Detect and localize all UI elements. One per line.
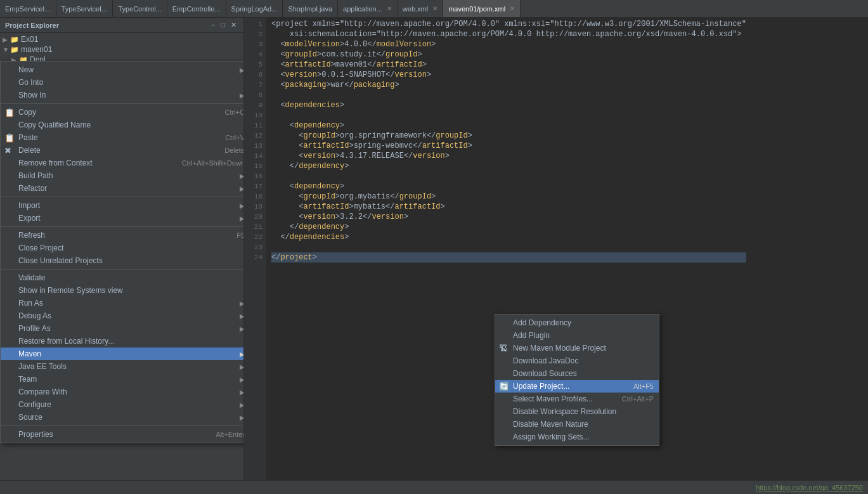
menu-sub-arrow-icon: ▶: [240, 215, 244, 222]
maven-menu-item-download-javadoc[interactable]: Download JavaDoc: [495, 354, 659, 367]
tree-arrow: ▼: [3, 46, 10, 53]
tab-typecontrol---[interactable]: TypeControl...: [113, 0, 167, 18]
context-menu-item-profile-as[interactable]: Profile As▶: [1, 322, 244, 335]
menu-sub-arrow-icon: ▶: [240, 414, 244, 421]
context-menu-item-properties[interactable]: PropertiesAlt+Enter: [1, 428, 244, 441]
main-layout: Project Explorer − □ ✕ ▶ 📁 Ex01 ▼ 📁 mave…: [0, 18, 868, 480]
menu-item-label: New: [18, 65, 34, 74]
code-line: <dependency>: [271, 120, 746, 131]
tab-close-icon[interactable]: ✕: [510, 5, 515, 12]
tab-springlogad---[interactable]: SpringLogAd...: [226, 0, 283, 18]
context-menu-item-java-ee-tools[interactable]: Java EE Tools▶: [1, 360, 244, 373]
menu-sub-arrow-icon: ▶: [240, 376, 244, 383]
close-panel-icon[interactable]: ✕: [229, 20, 238, 30]
code-line: </dependency>: [271, 161, 746, 171]
context-menu-item-maven[interactable]: Maven▶: [1, 348, 244, 360]
tree-item[interactable]: ▶ 📁 Ex01: [0, 34, 243, 44]
tree-item[interactable]: ▼ 📁 maven01: [0, 44, 243, 55]
maven-menu-item-update-project---[interactable]: 🔄Update Project...Alt+F5: [495, 380, 659, 393]
maven-menu-item-download-sources[interactable]: Download Sources: [495, 367, 659, 380]
code-line: xsi:schemaLocation="http://maven.apache.…: [271, 29, 746, 39]
context-menu-item-restore-from-local-history---[interactable]: Restore from Local History...: [1, 335, 244, 348]
minimize-panel-icon[interactable]: −: [209, 20, 217, 30]
line-number: 11: [244, 120, 262, 131]
context-menu-item-new[interactable]: New▶: [1, 63, 244, 76]
tab-web-xml[interactable]: web.xml✕: [398, 0, 443, 18]
menu-item-shortcut: Ctrl+C: [225, 108, 244, 116]
context-menu-item-import[interactable]: Import▶: [1, 199, 244, 212]
menu-item-label: Copy Qualified Name: [18, 120, 91, 129]
maven-submenu: Add DependencyAdd Plugin🏗New Maven Modul…: [495, 314, 659, 446]
menu-sub-arrow-icon: ▶: [240, 172, 244, 179]
line-number: 24: [244, 252, 262, 263]
menu-item-shortcut: Ctrl+Alt+Shift+Down: [182, 159, 244, 167]
maven-menu-label: Download JavaDoc: [513, 356, 578, 365]
code-line: </dependencies>: [271, 232, 746, 242]
maximize-panel-icon[interactable]: □: [219, 20, 227, 30]
context-menu-item-paste[interactable]: 📋PasteCtrl+V: [1, 131, 244, 144]
menu-sub-arrow-icon: ▶: [240, 67, 244, 74]
context-menu-item-build-path[interactable]: Build Path▶: [1, 169, 244, 182]
context-menu-item-export[interactable]: Export▶: [1, 212, 244, 224]
context-menu-item-debug-as[interactable]: Debug As▶: [1, 309, 244, 322]
menu-separator: [1, 426, 244, 426]
menu-item-label: Refresh: [18, 231, 45, 240]
tab-maven01-pom-xml[interactable]: maven01/pom.xml✕: [443, 0, 521, 18]
maven-menu-item-new-maven-module-project[interactable]: 🏗New Maven Module Project: [495, 342, 659, 354]
line-number: 17: [244, 181, 262, 192]
context-menu-item-close-project[interactable]: Close Project: [1, 242, 244, 254]
maven-menu-item-assign-working-sets---[interactable]: Assign Working Sets...: [495, 431, 659, 443]
tab-label: EmpControlle...: [172, 5, 221, 13]
context-menu-item-source[interactable]: Source▶: [1, 411, 244, 424]
maven-menu-item-add-dependency[interactable]: Add Dependency: [495, 316, 659, 329]
menu-item-label: Delete: [18, 146, 41, 155]
context-menu-item-compare-with[interactable]: Compare With▶: [1, 386, 244, 398]
context-menu-item-team[interactable]: Team▶: [1, 373, 244, 386]
tab-typeservicei---[interactable]: TypeServiceI...: [56, 0, 113, 18]
context-menu-item-configure[interactable]: Configure▶: [1, 398, 244, 411]
context-menu-item-run-as[interactable]: Run As▶: [1, 297, 244, 309]
line-number: 6: [244, 70, 262, 80]
maven-menu-icon: 🔄: [499, 382, 509, 391]
maven-menu-label: Add Plugin: [513, 331, 550, 340]
maven-menu-item-add-plugin[interactable]: Add Plugin: [495, 329, 659, 342]
line-number: 15: [244, 161, 262, 171]
context-menu-item-copy-qualified-name[interactable]: Copy Qualified Name: [1, 119, 244, 131]
context-menu-item-show-in-remote-systems-view[interactable]: Show in Remote Systems view: [1, 284, 244, 297]
menu-sub-arrow-icon: ▶: [240, 389, 244, 396]
menu-separator: [1, 226, 244, 227]
code-line: <project xmlns="http://maven.apache.org/…: [271, 19, 746, 29]
maven-menu-item-disable-maven-nature[interactable]: Disable Maven Nature: [495, 418, 659, 431]
menu-sub-arrow-icon: ▶: [240, 202, 244, 209]
status-bar: https://blog.csdn.net/qq_45637250: [0, 480, 868, 494]
tab-shopimpl-java[interactable]: ShopImpl.java: [283, 0, 338, 18]
maven-menu-item-disable-workspace-resolution[interactable]: Disable Workspace Resolution: [495, 405, 659, 418]
context-menu-item-refresh[interactable]: RefreshF5: [1, 229, 244, 242]
context-menu-left: New▶Go IntoShow In▶📋CopyCtrl+CCopy Quali…: [0, 61, 244, 443]
code-line: <groupId>com.study.it</groupId>: [271, 49, 746, 60]
maven-menu-item-select-maven-profiles---[interactable]: Select Maven Profiles...Ctrl+Alt+P: [495, 393, 659, 405]
context-menu-item-copy[interactable]: 📋CopyCtrl+C: [1, 106, 244, 119]
tab-label: maven01/pom.xml: [448, 5, 505, 13]
status-url[interactable]: https://blog.csdn.net/qq_45637250: [756, 484, 863, 491]
menu-item-label: Restore from Local History...: [18, 337, 114, 346]
context-menu-item-close-unrelated-projects[interactable]: Close Unrelated Projects: [1, 254, 244, 267]
context-menu-item-go-into[interactable]: Go Into: [1, 76, 244, 89]
context-menu-item-remove-from-context[interactable]: Remove from ContextCtrl+Alt+Shift+Down: [1, 157, 244, 169]
context-menu-item-delete[interactable]: ✖DeleteDelete: [1, 144, 244, 157]
menu-item-label: Go Into: [18, 78, 43, 87]
menu-item-label: Show In: [18, 91, 46, 100]
line-number: 9: [244, 100, 262, 110]
maven-menu-label: Assign Working Sets...: [513, 432, 590, 441]
tab-empservicei---[interactable]: EmpServiceI...: [0, 0, 56, 18]
tree-item-label: Ex01: [21, 35, 38, 44]
menu-item-label: Import: [18, 201, 40, 210]
context-menu-item-show-in[interactable]: Show In▶: [1, 89, 244, 101]
tab-empcontrolle---[interactable]: EmpControlle...: [167, 0, 226, 18]
tab-close-icon[interactable]: ✕: [432, 5, 437, 12]
context-menu-item-validate[interactable]: Validate: [1, 271, 244, 284]
tab-application---[interactable]: application...✕: [338, 0, 398, 18]
menu-item-label: Run As: [18, 299, 43, 308]
tab-close-icon[interactable]: ✕: [387, 5, 392, 12]
context-menu-item-refactor[interactable]: Refactor▶: [1, 182, 244, 195]
